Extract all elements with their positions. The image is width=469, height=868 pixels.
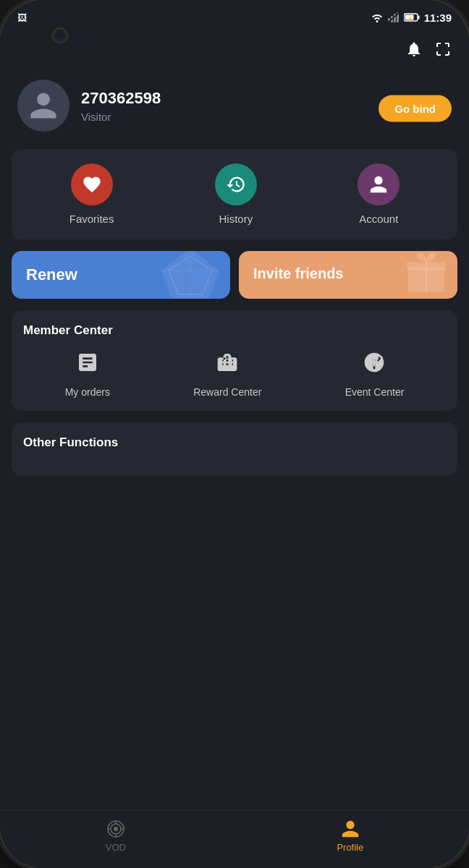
profile-icon: [340, 819, 360, 839]
vod-label: VOD: [106, 842, 126, 853]
member-center: Member Center My orders: [12, 310, 457, 411]
favorites-label: Favorites: [69, 213, 114, 225]
event-center-item[interactable]: Event Center: [345, 351, 405, 398]
battery-icon: ⚡: [404, 13, 420, 22]
action-cards: Renew Invite friends: [12, 251, 457, 299]
other-functions: Other Functions: [12, 422, 457, 476]
history-action[interactable]: History: [215, 163, 257, 225]
top-actions: [0, 35, 469, 68]
history-label: History: [219, 213, 253, 225]
account-label: Account: [359, 213, 398, 225]
other-functions-title: Other Functions: [23, 435, 446, 450]
history-icon-circle: [215, 163, 257, 205]
invite-card[interactable]: Invite friends: [239, 251, 457, 299]
avatar-icon: [28, 90, 59, 122]
status-bar: 🖼 ⚡: [0, 0, 469, 35]
reward-label: Reward Center: [193, 386, 261, 398]
svg-point-19: [114, 827, 118, 831]
screen: 🖼 ⚡: [0, 0, 469, 868]
my-orders-item[interactable]: My orders: [65, 351, 110, 398]
screenshot-icon[interactable]: [434, 41, 452, 62]
bottom-nav: VOD Profile: [0, 810, 469, 868]
reward-center-item[interactable]: Reward Center: [193, 351, 261, 398]
profile-label: Profile: [337, 842, 363, 853]
account-icon-circle: [358, 163, 400, 205]
nav-vod[interactable]: VOD: [106, 819, 126, 853]
camera: [52, 27, 68, 43]
go-bind-button[interactable]: Go bind: [379, 95, 452, 122]
event-label: Event Center: [345, 386, 405, 398]
event-icon: [363, 351, 386, 379]
reward-icon: [216, 351, 239, 379]
favorites-action[interactable]: Favorites: [69, 163, 114, 225]
orders-label: My orders: [65, 386, 110, 398]
member-center-title: Member Center: [23, 323, 446, 338]
orders-icon: [76, 351, 99, 379]
svg-rect-6: [418, 16, 419, 20]
bell-icon[interactable]: [405, 41, 423, 62]
renew-card[interactable]: Renew: [12, 251, 230, 299]
time-display: 11:39: [424, 12, 452, 24]
renew-label: Renew: [26, 265, 216, 284]
phone-frame: 🖼 ⚡: [0, 0, 469, 868]
wifi-icon: [371, 12, 384, 22]
member-items: My orders Reward Center: [23, 351, 446, 398]
vod-icon: [106, 819, 126, 839]
invite-label: Invite friends: [253, 265, 443, 282]
image-icon: 🖼: [17, 12, 27, 23]
account-action[interactable]: Account: [358, 163, 400, 225]
app-content: 270362598 Visitor Go bind Favorites: [0, 35, 469, 810]
status-right: ⚡ 11:39: [371, 12, 452, 24]
favorites-icon-circle: [71, 163, 113, 205]
status-left: 🖼: [17, 12, 27, 23]
svg-text:⚡: ⚡: [407, 15, 413, 22]
quick-actions: Favorites History: [12, 149, 457, 239]
profile-section: 270362598 Visitor Go bind: [0, 68, 469, 149]
signal-icon: [388, 12, 400, 22]
nav-profile[interactable]: Profile: [337, 819, 363, 853]
avatar: [17, 80, 69, 132]
